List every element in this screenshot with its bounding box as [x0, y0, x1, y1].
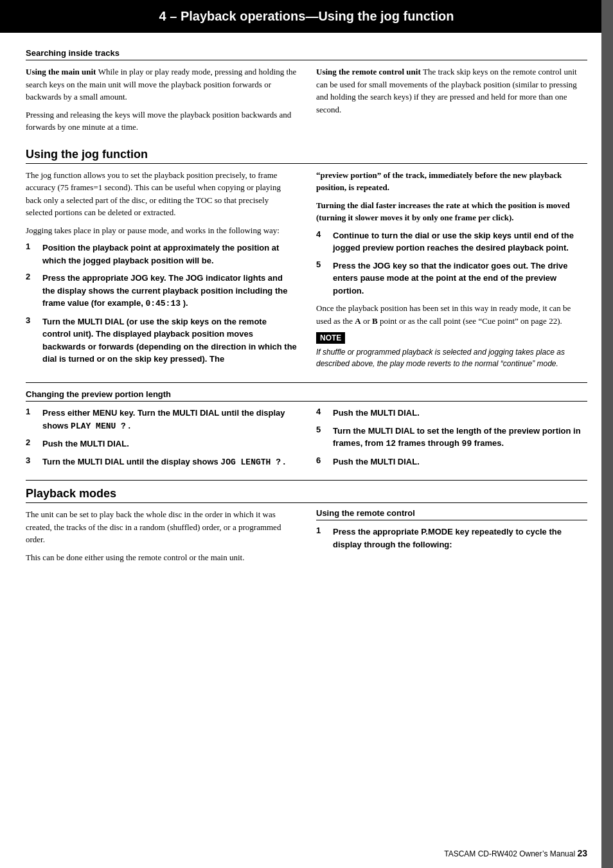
jog-heading: Using the jog function: [26, 148, 587, 164]
jog-steps-right: 4 Continue to turn the dial or use the s…: [316, 229, 587, 297]
playback-heading: Playback modes: [26, 487, 587, 503]
jog-intro2: Jogging takes place in play or pause mod…: [26, 224, 297, 237]
jog-intro1: The jog function allows you to set the p…: [26, 169, 297, 219]
jog-preview-text1: “preview portion” of the track, immediat…: [316, 169, 587, 194]
jog-once-text: Once the playback position has been set …: [316, 302, 587, 327]
searching-press-text: Pressing and releasing the keys will mov…: [26, 109, 297, 134]
preview-step-2: 2 Push the MULTI DIAL.: [26, 438, 297, 450]
jog-left-col: The jog function allows you to set the p…: [26, 169, 297, 376]
preview-steps-left: 1 Press either MENU key. Turn the MULTI …: [26, 407, 297, 468]
playback-steps-right: 1 Press the appropriate P.MODE key repea…: [316, 526, 587, 551]
jog-steps-left: 1 Position the playback point at approxi…: [26, 242, 297, 366]
footer-page: 23: [577, 848, 587, 858]
searching-heading: Searching inside tracks: [26, 48, 587, 60]
note-box: NOTE If shuffle or programmed playback i…: [316, 332, 587, 369]
preview-step-4: 4 Push the MULTI DIAL.: [316, 407, 587, 420]
playback-right-col: Using the remote control 1 Press the app…: [316, 508, 587, 569]
playback-intro2: This can be done either using the remote…: [26, 551, 297, 564]
playback-step-1: 1 Press the appropriate P.MODE key repea…: [316, 526, 587, 551]
preview-step-5: 5 Turn the MULTI DIAL to set the length …: [316, 425, 587, 450]
searching-main-unit-text: Using the main unit While in play or pla…: [26, 66, 297, 103]
searching-left-col: Using the main unit While in play or pla…: [26, 66, 297, 139]
preview-right-col: 4 Push the MULTI DIAL. 5 Turn the MULTI …: [316, 407, 587, 474]
page-footer: TASCAM CD-RW402 Owner’s Manual 23: [444, 848, 587, 858]
footer-text: TASCAM CD-RW402 Owner’s Manual: [444, 849, 577, 858]
preview-step-6: 6 Push the MULTI DIAL.: [316, 456, 587, 468]
searching-right-col: Using the remote control unit The track …: [316, 66, 587, 139]
jog-preview-text2: Turning the dial faster increases the ra…: [316, 199, 587, 224]
jog-right-col: “preview portion” of the track, immediat…: [316, 169, 587, 376]
preview-left-col: 1 Press either MENU key. Turn the MULTI …: [26, 407, 297, 474]
jog-step-5: 5 Press the JOG key so that the indicato…: [316, 260, 587, 297]
right-accent: [601, 0, 613, 868]
header-title: 4 – Playback operations—Using the jog fu…: [159, 9, 454, 23]
playback-intro1: The unit can be set to play back the who…: [26, 508, 297, 546]
jog-step-1: 1 Position the playback point at approxi…: [26, 242, 297, 267]
jog-step-3: 3 Turn the MULTI DIAL (or use the skip k…: [26, 315, 297, 366]
preview-steps-right: 4 Push the MULTI DIAL. 5 Turn the MULTI …: [316, 407, 587, 468]
preview-step-1: 1 Press either MENU key. Turn the MULTI …: [26, 407, 297, 432]
remote-control-heading: Using the remote control: [316, 508, 587, 520]
jog-step-4: 4 Continue to turn the dial or use the s…: [316, 229, 587, 254]
preview-heading: Changing the preview portion length: [26, 389, 587, 402]
preview-step-3: 3 Turn the MULTI DIAL until the display …: [26, 456, 297, 469]
jog-step-2: 2 Press the appropriate JOG key. The JOG…: [26, 272, 297, 310]
searching-remote-text: Using the remote control unit The track …: [316, 66, 587, 116]
page-header: 4 – Playback operations—Using the jog fu…: [0, 0, 613, 33]
playback-left-col: The unit can be set to play back the who…: [26, 508, 297, 569]
